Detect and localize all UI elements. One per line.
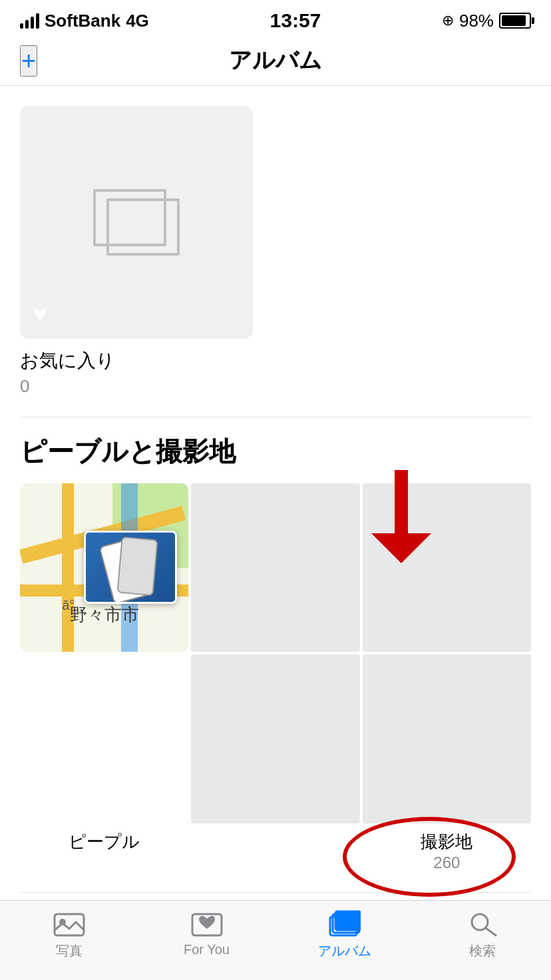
tab-bar: 写真 For You アルバム xyxy=(0,900,551,980)
search-icon xyxy=(465,909,500,938)
people-places-title: ピーブルと撮影地 xyxy=(20,433,531,470)
albums-tab-label: アルバム xyxy=(318,942,371,960)
album-placeholder-icon xyxy=(93,189,180,256)
photos-tab-label: 写真 xyxy=(56,942,83,960)
svg-line-10 xyxy=(486,928,496,935)
favorites-thumbnail[interactable]: ♥ xyxy=(20,106,253,339)
favorites-album-name: お気に入り xyxy=(20,348,531,373)
nav-bar: + アルバム xyxy=(0,39,551,86)
people-cell-1[interactable] xyxy=(191,483,359,652)
favorites-section: ♥ お気に入り 0 xyxy=(20,106,531,417)
for-you-tab-label: For You xyxy=(184,942,230,957)
section-divider-2 xyxy=(20,892,531,893)
people-label: ピープル xyxy=(20,830,188,854)
for-you-icon xyxy=(190,909,224,938)
status-bar: SoftBank 4G 13:57 ⊕ 98% xyxy=(0,0,551,39)
places-label: 撮影地 xyxy=(363,830,531,854)
phone-body-2 xyxy=(117,537,158,596)
places-map-cell[interactable]: ā° 野々市市 xyxy=(20,483,188,652)
time-label: 13:57 xyxy=(270,9,321,32)
add-album-button[interactable]: + xyxy=(20,45,37,77)
people-label-item[interactable]: ピープル xyxy=(20,830,188,872)
carrier-label: SoftBank xyxy=(45,11,120,31)
tab-search[interactable]: 検索 xyxy=(413,909,551,960)
phone-image xyxy=(86,533,175,602)
svg-rect-8 xyxy=(335,911,361,930)
photo-frame-front xyxy=(106,198,180,256)
map-container: ā° 野々市市 xyxy=(20,483,188,652)
tab-albums[interactable]: アルバム xyxy=(276,909,413,960)
people-cell-3[interactable] xyxy=(191,654,359,823)
section-divider-1 xyxy=(20,417,531,417)
people-places-container: ā° 野々市市 ピープル 撮影地 260 xyxy=(20,483,531,872)
status-right: ⊕ 98% xyxy=(442,11,531,31)
red-arrow-annotation xyxy=(358,470,445,563)
signal-bars xyxy=(20,13,39,29)
labels-row: ピープル 撮影地 260 xyxy=(20,830,531,872)
photos-icon xyxy=(52,909,87,938)
places-count: 260 xyxy=(363,854,531,872)
battery-icon xyxy=(499,13,531,29)
tab-for-you[interactable]: For You xyxy=(138,909,276,957)
page-title: アルバム xyxy=(229,45,322,76)
tab-photos[interactable]: 写真 xyxy=(0,909,138,960)
heart-icon: ♥ xyxy=(33,301,47,327)
battery-percent: 98% xyxy=(459,11,494,31)
main-content: ♥ お気に入り 0 ピーブルと撮影地 xyxy=(0,86,551,949)
location-icon: ⊕ xyxy=(442,12,454,29)
svg-marker-1 xyxy=(371,533,431,563)
places-label-item[interactable]: 撮影地 260 xyxy=(363,830,531,872)
people-cell-4[interactable] xyxy=(363,654,531,823)
empty-label-item xyxy=(191,830,359,872)
photo-pin xyxy=(84,531,177,604)
network-label: 4G xyxy=(126,11,149,31)
status-left: SoftBank 4G xyxy=(20,11,149,31)
people-places-grid: ā° 野々市市 xyxy=(20,483,531,824)
search-tab-label: 検索 xyxy=(469,942,496,960)
albums-icon xyxy=(327,909,362,938)
map-city-label: 野々市市 xyxy=(70,603,139,626)
favorites-count: 0 xyxy=(20,376,531,397)
